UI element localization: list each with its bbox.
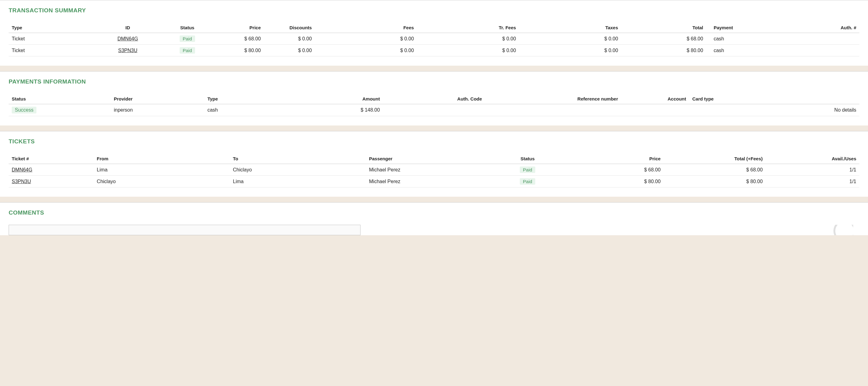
col-provider: Provider — [111, 94, 204, 104]
cell-discounts: $ 0.00 — [264, 33, 315, 45]
cell-payment: cash — [706, 45, 774, 57]
ticket-row: S3PN3U Chiclayo Lima Michael Perez Paid … — [9, 176, 859, 187]
tickets-panel: Tickets Ticket # From To Passenger Statu… — [0, 131, 868, 197]
cell-tr-fees: $ 0.00 — [417, 33, 519, 45]
cell-taxes: $ 0.00 — [519, 45, 621, 57]
cell-auth-no — [774, 33, 859, 45]
cell-avail-uses: 1/1 — [766, 164, 859, 176]
col-amount: Amount — [307, 94, 383, 104]
payment-status-badge: Success — [12, 107, 36, 113]
ticket-number-link[interactable]: DMN64G — [12, 167, 32, 172]
cell-type: cash — [204, 104, 307, 116]
transaction-summary-panel: Transaction Summary Type ID Status Price… — [0, 0, 868, 66]
payment-row: Success inperson cash $ 148.00 No detail… — [9, 104, 859, 116]
cell-price: $ 80.00 — [561, 176, 664, 187]
cell-account — [621, 104, 689, 116]
col-avail-uses: Avail./Uses — [766, 153, 859, 164]
col-from: From — [94, 153, 230, 164]
transaction-row: Ticket DMN64G Paid $ 68.00 $ 0.00 $ 0.00… — [9, 33, 859, 45]
col-account: Account — [621, 94, 689, 104]
cell-amount: $ 148.00 — [307, 104, 383, 116]
cell-reference — [485, 104, 621, 116]
col-status: Status — [9, 94, 111, 104]
status-badge: Paid — [520, 178, 535, 185]
col-total-fees: Total (+Fees) — [664, 153, 766, 164]
col-type: Type — [204, 94, 307, 104]
payments-table: Status Provider Type Amount Auth. Code R… — [9, 94, 859, 116]
cell-type: Ticket — [9, 45, 94, 57]
cell-from: Lima — [94, 164, 230, 176]
cell-total-fees: $ 80.00 — [664, 176, 766, 187]
cell-total-fees: $ 68.00 — [664, 164, 766, 176]
col-card-type: Card type — [689, 94, 757, 104]
col-fees: Fees — [315, 23, 417, 33]
payments-information-title: Payments Information — [9, 78, 859, 85]
col-type: Type — [9, 23, 94, 33]
status-badge: Paid — [180, 47, 195, 54]
col-id: ID — [94, 23, 162, 33]
cell-avail-uses: 1/1 — [766, 176, 859, 187]
col-auth-code: Auth. Code — [383, 94, 485, 104]
col-discounts: Discounts — [264, 23, 315, 33]
cell-taxes: $ 0.00 — [519, 33, 621, 45]
transaction-id-link[interactable]: DMN64G — [117, 36, 138, 41]
cell-price: $ 68.00 — [213, 33, 264, 45]
comments-title: Comments — [9, 209, 859, 216]
status-badge: Paid — [520, 167, 535, 173]
cell-auth-code — [383, 104, 485, 116]
col-details — [757, 94, 859, 104]
cell-price: $ 68.00 — [561, 164, 664, 176]
cell-to: Chiclayo — [230, 164, 366, 176]
cell-passenger: Michael Perez — [366, 164, 494, 176]
cell-fees: $ 0.00 — [315, 45, 417, 57]
transaction-summary-table: Type ID Status Price Discounts Fees Tr. … — [9, 23, 859, 57]
col-passenger: Passenger — [366, 153, 494, 164]
transaction-id-link[interactable]: S3PN3U — [118, 48, 137, 53]
cell-provider: inperson — [111, 104, 204, 116]
ticket-number-link[interactable]: S3PN3U — [12, 179, 31, 184]
col-status: Status — [162, 23, 213, 33]
cell-price: $ 80.00 — [213, 45, 264, 57]
tickets-table: Ticket # From To Passenger Status Price … — [9, 153, 859, 187]
cell-fees: $ 0.00 — [315, 33, 417, 45]
cell-auth-no — [774, 45, 859, 57]
cell-tr-fees: $ 0.00 — [417, 45, 519, 57]
cell-from: Chiclayo — [94, 176, 230, 187]
col-price: Price — [561, 153, 664, 164]
col-status: Status — [494, 153, 561, 164]
col-taxes: Taxes — [519, 23, 621, 33]
col-to: To — [230, 153, 366, 164]
col-price: Price — [213, 23, 264, 33]
cell-discounts: $ 0.00 — [264, 45, 315, 57]
cell-total: $ 80.00 — [621, 45, 706, 57]
cell-card-type — [689, 104, 757, 116]
comments-panel: Comments — [0, 202, 868, 235]
cell-to: Lima — [230, 176, 366, 187]
status-badge: Paid — [180, 35, 195, 42]
cell-total: $ 68.00 — [621, 33, 706, 45]
col-reference: Reference number — [485, 94, 621, 104]
col-ticket-no: Ticket # — [9, 153, 94, 164]
cell-passenger: Michael Perez — [366, 176, 494, 187]
tickets-title: Tickets — [9, 138, 859, 145]
ticket-row: DMN64G Lima Chiclayo Michael Perez Paid … — [9, 164, 859, 176]
payments-information-panel: Payments Information Status Provider Typ… — [0, 71, 868, 126]
col-payment: Payment — [706, 23, 774, 33]
cell-type: Ticket — [9, 33, 94, 45]
transaction-row: Ticket S3PN3U Paid $ 80.00 $ 0.00 $ 0.00… — [9, 45, 859, 57]
loading-spinner-icon — [833, 225, 853, 235]
col-auth-no: Auth. # — [774, 23, 859, 33]
transaction-summary-title: Transaction Summary — [9, 7, 859, 14]
comment-input[interactable] — [9, 225, 361, 235]
cell-details: No details — [757, 104, 859, 116]
col-total: Total — [621, 23, 706, 33]
cell-payment: cash — [706, 33, 774, 45]
col-tr-fees: Tr. Fees — [417, 23, 519, 33]
